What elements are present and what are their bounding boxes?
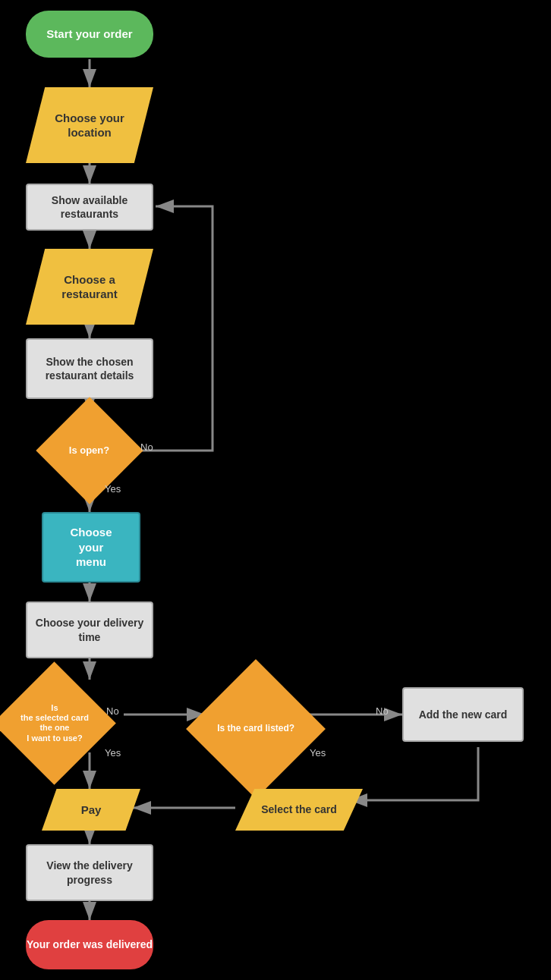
selected-card-label: Isthe selected card the oneI want to use… (20, 703, 88, 743)
choose-location-node: Choose yourlocation (26, 87, 153, 163)
no-label-card-listed: No (376, 705, 389, 717)
is-card-listed-label: Is the card listed? (217, 723, 294, 735)
yes-label-is-open: Yes (105, 483, 121, 495)
choose-restaurant-label: Choose arestaurant (46, 272, 132, 302)
choose-menu-node: Chooseyourmenu (42, 512, 140, 583)
start-label: Start your order (46, 27, 132, 42)
add-card-node: Add the new card (402, 687, 524, 742)
choose-menu-label: Chooseyourmenu (70, 525, 112, 570)
view-progress-node: View the delivery progress (26, 844, 153, 901)
no-label-is-open: No (140, 441, 153, 453)
show-details-label: Show the chosen restaurant details (27, 355, 152, 382)
select-card-node: Select the card (235, 789, 363, 831)
select-card-label: Select the card (246, 803, 352, 816)
no-label-selected-card: No (106, 705, 119, 717)
yes-label-card-listed: Yes (310, 747, 326, 759)
pay-node: Pay (42, 789, 140, 831)
delivered-node: Your order was delivered (26, 920, 153, 969)
view-progress-label: View the delivery progress (27, 859, 152, 886)
flowchart: Start your order Choose yourlocation Sho… (0, 0, 551, 980)
show-restaurants-node: Show available restaurants (26, 184, 153, 231)
start-node: Start your order (26, 11, 153, 58)
pay-label: Pay (70, 803, 113, 818)
is-open-label: Is open? (69, 444, 109, 457)
choose-time-label: Choose your delivery time (27, 616, 152, 643)
yes-label-selected-card: Yes (105, 747, 121, 759)
show-details-node: Show the chosen restaurant details (26, 338, 153, 399)
show-restaurants-label: Show available restaurants (27, 193, 152, 221)
choose-restaurant-node: Choose arestaurant (26, 249, 153, 325)
choose-time-node: Choose your delivery time (26, 602, 153, 658)
choose-location-label: Choose yourlocation (39, 111, 140, 140)
add-card-label: Add the new card (419, 708, 508, 721)
delivered-label: Your order was delivered (27, 938, 153, 951)
